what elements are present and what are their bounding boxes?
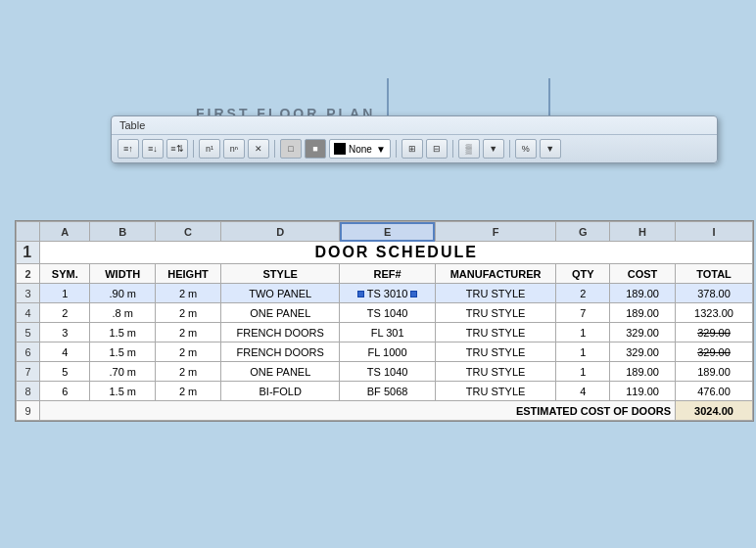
header-style: STYLE [220,264,340,284]
cell-height-3[interactable]: 2 m [156,284,221,303]
color-1-button[interactable]: □ [280,139,302,159]
table-row[interactable]: 8 6 1.5 m 2 m BI-FOLD BF 5068 TRU STYLE … [17,382,753,401]
cell-style-6[interactable]: FRENCH DOORS [220,342,340,362]
row-4-num: 4 [17,303,40,323]
separator-4 [452,140,453,158]
clear-button[interactable]: ✕ [248,139,269,159]
row-1-num: 1 [17,242,40,264]
cell-sym-8[interactable]: 6 [40,382,90,401]
cell-total-5[interactable]: 329.00 [675,323,752,342]
cell-mfr-3[interactable]: TRU STYLE [435,284,556,303]
header-mfr: MANUFACTURER [435,264,556,284]
table-row[interactable]: 5 3 1.5 m 2 m FRENCH DOORS FL 301 TRU ST… [17,323,753,342]
cell-cost-7[interactable]: 189.00 [610,362,676,382]
cell-ref-5[interactable]: FL 301 [340,323,435,342]
cell-width-4[interactable]: .8 m [90,303,156,323]
cell-total-3[interactable]: 378.00 [675,284,752,303]
table-row[interactable]: 7 5 .70 m 2 m ONE PANEL TS 1040 TRU STYL… [17,362,753,382]
row-5-num: 5 [17,323,40,342]
sort-asc-button[interactable]: ≡↑ [118,139,139,159]
handle-left [357,291,364,297]
cell-cost-6[interactable]: 329.00 [610,342,676,362]
header-total: TOTAL [675,264,752,284]
cell-qty-7[interactable]: 1 [556,362,610,382]
table-row[interactable]: 3 1 .90 m 2 m TWO PANEL TS 3010 TRU STYL… [17,284,753,303]
cell-mfr-8[interactable]: TRU STYLE [435,382,556,401]
cell-style-3[interactable]: TWO PANEL [220,284,340,303]
cell-cost-4[interactable]: 189.00 [610,303,676,323]
sort-desc-button[interactable]: ≡↓ [142,139,164,159]
cell-sym-3[interactable]: 1 [40,284,90,303]
cell-width-6[interactable]: 1.5 m [90,342,156,362]
cell-width-5[interactable]: 1.5 m [90,323,156,342]
color-dropdown[interactable]: None ▼ [329,139,391,159]
cell-mfr-7[interactable]: TRU STYLE [435,362,556,382]
num-format-1-button[interactable]: n¹ [199,139,220,159]
cell-sym-5[interactable]: 3 [40,323,90,342]
cell-height-5[interactable]: 2 m [156,323,221,342]
separator-2 [274,140,275,158]
spreadsheet-container: A B C D E F G H I 1 DOOR SCHEDULE 2 SYM.… [15,220,754,422]
separator-5 [509,140,510,158]
cell-height-4[interactable]: 2 m [156,303,221,323]
cell-width-7[interactable]: .70 m [90,362,156,382]
col-header-i: I [675,222,752,242]
cell-width-3[interactable]: .90 m [90,284,156,303]
estimated-cost-row: 9 ESTIMATED COST OF DOORS 3024.00 [17,401,753,421]
cell-sym-4[interactable]: 2 [40,303,90,323]
title-row: 1 DOOR SCHEDULE [17,242,753,264]
num-format-2-button[interactable]: nⁿ [223,139,245,159]
percent-button[interactable]: % [515,139,537,159]
cell-style-4[interactable]: ONE PANEL [220,303,340,323]
cell-sym-6[interactable]: 4 [40,342,90,362]
cell-style-5[interactable]: FRENCH DOORS [220,323,340,342]
cell-ref-6[interactable]: FL 1000 [340,342,435,362]
cell-total-7[interactable]: 189.00 [675,362,752,382]
cell-height-8[interactable]: 2 m [156,382,221,401]
row-8-num: 8 [17,382,40,401]
cell-mfr-4[interactable]: TRU STYLE [435,303,556,323]
cell-mfr-5[interactable]: TRU STYLE [435,323,556,342]
separator-3 [396,140,397,158]
cell-sym-7[interactable]: 5 [40,362,90,382]
cell-qty-3[interactable]: 2 [556,284,610,303]
cell-ref-7[interactable]: TS 1040 [340,362,435,382]
toolbar-window: Table ≡↑ ≡↓ ≡⇅ n¹ nⁿ ✕ □ ■ None ▼ ⊞ ⊟ ▒ … [111,115,718,163]
cell-qty-4[interactable]: 7 [556,303,610,323]
col-header-h: H [610,222,676,242]
grid-button[interactable]: ⊞ [402,139,423,159]
percent-arrow-button[interactable]: ▼ [540,139,561,159]
cell-height-7[interactable]: 2 m [156,362,221,382]
door-schedule-title: DOOR SCHEDULE [40,242,753,264]
shade-arrow-button[interactable]: ▼ [483,139,504,159]
col-header-rownum [17,222,40,242]
cell-total-8[interactable]: 476.00 [675,382,752,401]
cell-qty-8[interactable]: 4 [556,382,610,401]
col-header-g: G [556,222,610,242]
table-row[interactable]: 6 4 1.5 m 2 m FRENCH DOORS FL 1000 TRU S… [17,342,753,362]
color-2-button[interactable]: ■ [305,139,326,159]
align-button[interactable]: ⊟ [426,139,448,159]
sort-custom-button[interactable]: ≡⇅ [166,139,188,159]
cell-cost-3[interactable]: 189.00 [610,284,676,303]
header-row: 2 SYM. WIDTH HEIGHT STYLE REF# MANUFACTU… [17,264,753,284]
table-row[interactable]: 4 2 .8 m 2 m ONE PANEL TS 1040 TRU STYLE… [17,303,753,323]
cell-height-6[interactable]: 2 m [156,342,221,362]
cell-cost-8[interactable]: 119.00 [610,382,676,401]
cell-total-6[interactable]: 329.00 [675,342,752,362]
cell-qty-6[interactable]: 1 [556,342,610,362]
cell-ref-8[interactable]: BF 5068 [340,382,435,401]
cell-style-8[interactable]: BI-FOLD [220,382,340,401]
cell-style-7[interactable]: ONE PANEL [220,362,340,382]
cell-ref-4[interactable]: TS 1040 [340,303,435,323]
cell-width-8[interactable]: 1.5 m [90,382,156,401]
cell-cost-5[interactable]: 329.00 [610,323,676,342]
cell-qty-5[interactable]: 1 [556,323,610,342]
shade-button[interactable]: ▒ [458,139,480,159]
cell-ref-3[interactable]: TS 3010 [340,284,435,303]
estimated-cost-label: ESTIMATED COST OF DOORS [40,401,676,421]
cell-mfr-6[interactable]: TRU STYLE [435,342,556,362]
col-header-e: E [340,222,435,242]
cell-total-4[interactable]: 1323.00 [675,303,752,323]
col-header-c: C [156,222,221,242]
